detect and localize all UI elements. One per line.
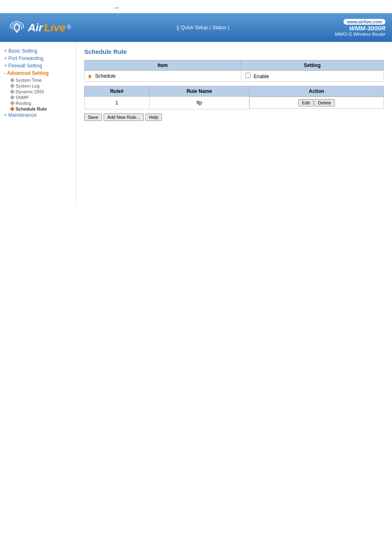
top-arrow: → [0, 0, 392, 13]
diamond-icon-schedule-rule [10, 106, 14, 111]
content-area: Schedule Rule Item Setting Schedule En [76, 42, 392, 206]
diamond-icon-dynamic-dns [10, 89, 14, 94]
sidebar-sub-system-time[interactable]: System Time [11, 78, 71, 83]
model-label: WMM-3000R [335, 25, 385, 32]
rules-col-rule: Rule# [85, 86, 150, 97]
nav-links: || Quick Setup | Status | [177, 25, 229, 30]
logo-live-text: Live [44, 21, 65, 34]
sidebar-sub-items: System Time System Log Dynamic DNS SNMP … [4, 78, 71, 111]
nav-separator3: | [228, 25, 229, 30]
rule-actions: EditDelete [249, 97, 383, 109]
svg-point-0 [16, 31, 18, 32]
logo-area: Air Live ® [7, 19, 71, 36]
diamond-icon-system-log [10, 83, 14, 88]
logo-reg: ® [67, 24, 71, 30]
settings-table: Item Setting Schedule Enable [84, 60, 384, 82]
sidebar-item-maintenance[interactable]: + Maintenance [4, 112, 71, 118]
rules-col-action: Action [249, 86, 384, 97]
diamond-icon-routing [10, 101, 14, 105]
diamond-icon-snmp [10, 95, 14, 99]
website-badge: www.airlive.com [344, 19, 385, 25]
sidebar-item-firewall-setting[interactable]: + Firewall Setting [4, 63, 71, 69]
rule-name: ftp [149, 97, 249, 109]
diamond-icon-system-time [10, 78, 14, 82]
quick-setup-link[interactable]: Quick Setup [181, 25, 208, 30]
settings-col-item: Item [85, 60, 241, 71]
sidebar-item-basic-setting[interactable]: + Basic Setting [4, 48, 71, 54]
settings-schedule-item: Schedule [85, 71, 241, 82]
nav-separator1: || [177, 25, 179, 30]
settings-col-setting: Setting [241, 60, 383, 71]
page-title: Schedule Rule [84, 48, 384, 55]
settings-schedule-setting: Enable [241, 71, 383, 82]
logo-icon [7, 19, 27, 36]
rules-col-name: Rule Name [149, 86, 249, 97]
main-layout: + Basic Setting + Port Forwarding + Fire… [0, 42, 392, 206]
sidebar-sub-snmp[interactable]: SNMP [11, 95, 71, 100]
logo-air-text: Air [28, 21, 43, 34]
model-subtitle: MIMO-G Wireless Router [335, 32, 385, 37]
header: Air Live ® || Quick Setup | Status | www… [0, 13, 392, 42]
nav-separator2: | [210, 25, 211, 30]
triangle-icon [89, 74, 92, 79]
sidebar: + Basic Setting + Port Forwarding + Fire… [0, 42, 76, 206]
sidebar-sub-schedule-rule[interactable]: Schedule Rule [11, 106, 71, 111]
sidebar-item-advanced-setting[interactable]: - Advanced Setting [4, 70, 71, 76]
add-new-rule-button[interactable]: Add New Rule... [104, 113, 143, 121]
sidebar-sub-routing[interactable]: Routing [11, 101, 71, 106]
settings-row-schedule: Schedule Enable [85, 71, 384, 82]
status-link[interactable]: Status [212, 25, 226, 30]
rule-num: 1 [85, 97, 150, 109]
header-right: www.airlive.com WMM-3000R MIMO-G Wireles… [335, 19, 385, 37]
edit-button[interactable]: Edit [298, 99, 314, 106]
rules-table: Rule# Rule Name Action 1ftpEditDelete [84, 86, 384, 109]
sidebar-sub-system-log[interactable]: System Log [11, 83, 71, 88]
schedule-enable-checkbox[interactable] [245, 73, 251, 78]
sidebar-sub-dynamic-dns[interactable]: Dynamic DNS [11, 89, 71, 94]
save-button[interactable]: Save [84, 113, 102, 121]
help-button[interactable]: Help [145, 113, 162, 121]
bottom-buttons: Save Add New Rule... Help [84, 113, 384, 121]
sidebar-item-port-forwarding[interactable]: + Port Forwarding [4, 56, 71, 61]
delete-button[interactable]: Delete [314, 99, 335, 106]
table-row: 1ftpEditDelete [85, 97, 384, 109]
